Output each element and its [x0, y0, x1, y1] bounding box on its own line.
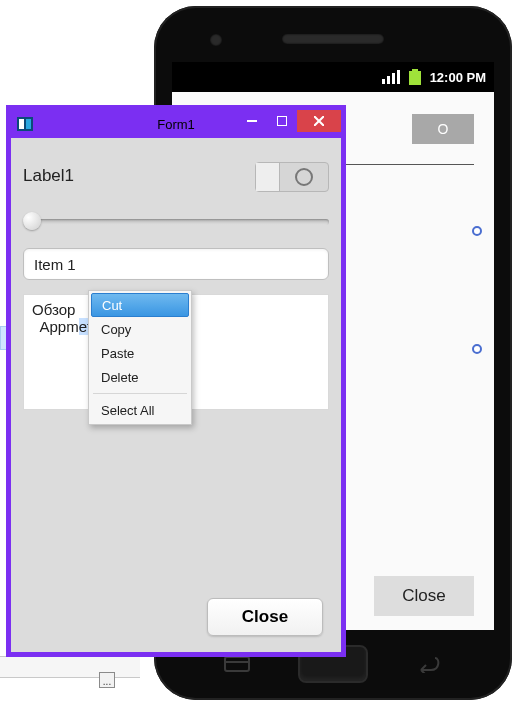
phone-close-button[interactable]: Close: [374, 576, 474, 616]
slider-control[interactable]: [23, 212, 329, 230]
svg-rect-2: [392, 73, 395, 84]
label1-text: Label1: [23, 166, 74, 186]
phone-statusbar: 12:00 PM: [172, 62, 494, 92]
svg-rect-10: [26, 119, 31, 129]
svg-rect-9: [19, 119, 24, 129]
slider-track: [23, 219, 329, 225]
close-window-button[interactable]: [297, 110, 341, 132]
phone-speaker-icon: [282, 34, 384, 44]
background-panel-fragment: [0, 656, 140, 678]
ctx-item-delete[interactable]: Delete: [91, 365, 189, 389]
ctx-separator: [93, 393, 187, 394]
signal-icon: [382, 70, 400, 84]
minimize-button[interactable]: [237, 110, 267, 132]
toggle-switch[interactable]: [255, 162, 329, 192]
svg-rect-0: [382, 79, 385, 84]
phone-toggle-switch[interactable]: O: [412, 114, 474, 144]
form-close-button[interactable]: Close: [207, 598, 323, 636]
back-softkey-icon[interactable]: [406, 649, 452, 679]
svg-rect-6: [225, 657, 249, 671]
svg-rect-5: [409, 71, 421, 85]
svg-rect-3: [397, 70, 400, 84]
status-time: 12:00 PM: [430, 70, 486, 85]
selection-handle-icon[interactable]: [472, 226, 482, 236]
combo-box[interactable]: Item 1: [23, 248, 329, 280]
context-menu: Cut Copy Paste Delete Select All: [88, 290, 192, 425]
svg-rect-12: [277, 116, 287, 126]
ellipsis-button[interactable]: ...: [99, 672, 115, 688]
app-icon: [17, 117, 33, 131]
switch-knob: [256, 163, 280, 191]
maximize-button[interactable]: [267, 110, 297, 132]
switch-off-indicator-icon: [280, 163, 328, 191]
phone-camera-icon: [210, 34, 222, 46]
window-titlebar[interactable]: Form1: [11, 110, 341, 138]
ctx-item-paste[interactable]: Paste: [91, 341, 189, 365]
ctx-item-select-all[interactable]: Select All: [91, 398, 189, 422]
svg-rect-4: [412, 69, 418, 71]
ctx-item-copy[interactable]: Copy: [91, 317, 189, 341]
slider-thumb[interactable]: [23, 212, 41, 230]
battery-icon: [408, 69, 422, 85]
combo-value: Item 1: [34, 256, 76, 273]
phone-top-bezel: [154, 6, 512, 62]
selection-handle-icon[interactable]: [472, 344, 482, 354]
ctx-item-cut[interactable]: Cut: [91, 293, 189, 317]
svg-rect-1: [387, 76, 390, 84]
